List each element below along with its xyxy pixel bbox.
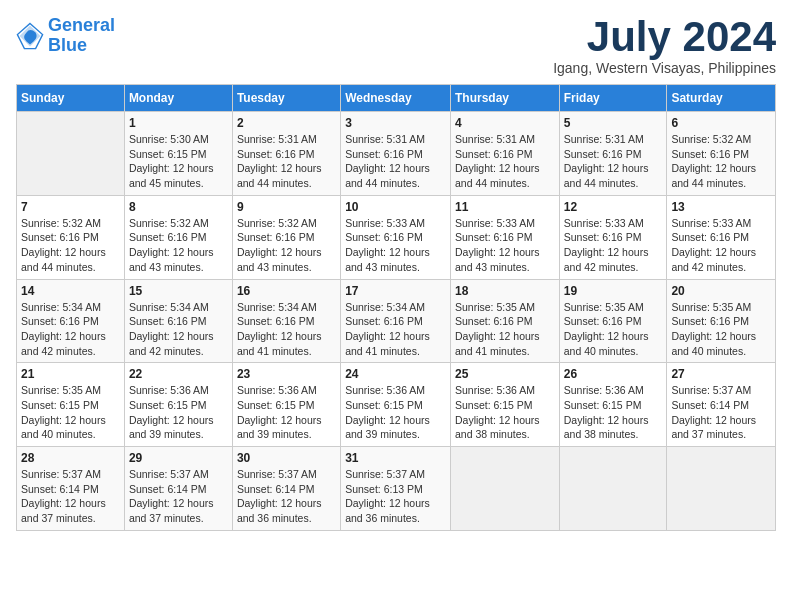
location-subtitle: Igang, Western Visayas, Philippines xyxy=(553,60,776,76)
day-info: Sunrise: 5:32 AMSunset: 6:16 PMDaylight:… xyxy=(237,216,336,275)
week-row-2: 7 Sunrise: 5:32 AMSunset: 6:16 PMDayligh… xyxy=(17,195,776,279)
calendar-cell: 30 Sunrise: 5:37 AMSunset: 6:14 PMDaylig… xyxy=(232,447,340,531)
day-number: 16 xyxy=(237,284,336,298)
calendar-cell: 27 Sunrise: 5:37 AMSunset: 6:14 PMDaylig… xyxy=(667,363,776,447)
calendar-cell: 18 Sunrise: 5:35 AMSunset: 6:16 PMDaylig… xyxy=(450,279,559,363)
week-row-4: 21 Sunrise: 5:35 AMSunset: 6:15 PMDaylig… xyxy=(17,363,776,447)
page-header: General Blue July 2024 Igang, Western Vi… xyxy=(16,16,776,76)
calendar-cell: 25 Sunrise: 5:36 AMSunset: 6:15 PMDaylig… xyxy=(450,363,559,447)
day-number: 20 xyxy=(671,284,771,298)
day-number: 4 xyxy=(455,116,555,130)
day-number: 28 xyxy=(21,451,120,465)
day-number: 2 xyxy=(237,116,336,130)
weekday-header-saturday: Saturday xyxy=(667,85,776,112)
day-info: Sunrise: 5:36 AMSunset: 6:15 PMDaylight:… xyxy=(237,383,336,442)
day-number: 11 xyxy=(455,200,555,214)
day-info: Sunrise: 5:33 AMSunset: 6:16 PMDaylight:… xyxy=(455,216,555,275)
day-info: Sunrise: 5:35 AMSunset: 6:16 PMDaylight:… xyxy=(455,300,555,359)
calendar-cell: 26 Sunrise: 5:36 AMSunset: 6:15 PMDaylig… xyxy=(559,363,667,447)
day-number: 9 xyxy=(237,200,336,214)
day-info: Sunrise: 5:36 AMSunset: 6:15 PMDaylight:… xyxy=(129,383,228,442)
day-number: 17 xyxy=(345,284,446,298)
calendar-cell: 21 Sunrise: 5:35 AMSunset: 6:15 PMDaylig… xyxy=(17,363,125,447)
calendar-cell: 31 Sunrise: 5:37 AMSunset: 6:13 PMDaylig… xyxy=(341,447,451,531)
day-number: 15 xyxy=(129,284,228,298)
calendar-cell: 8 Sunrise: 5:32 AMSunset: 6:16 PMDayligh… xyxy=(124,195,232,279)
day-info: Sunrise: 5:30 AMSunset: 6:15 PMDaylight:… xyxy=(129,132,228,191)
day-info: Sunrise: 5:33 AMSunset: 6:16 PMDaylight:… xyxy=(564,216,663,275)
day-info: Sunrise: 5:31 AMSunset: 6:16 PMDaylight:… xyxy=(237,132,336,191)
calendar-cell: 1 Sunrise: 5:30 AMSunset: 6:15 PMDayligh… xyxy=(124,112,232,196)
calendar-cell xyxy=(450,447,559,531)
day-info: Sunrise: 5:37 AMSunset: 6:13 PMDaylight:… xyxy=(345,467,446,526)
day-number: 6 xyxy=(671,116,771,130)
weekday-header-thursday: Thursday xyxy=(450,85,559,112)
day-info: Sunrise: 5:32 AMSunset: 6:16 PMDaylight:… xyxy=(21,216,120,275)
calendar-cell: 20 Sunrise: 5:35 AMSunset: 6:16 PMDaylig… xyxy=(667,279,776,363)
day-number: 30 xyxy=(237,451,336,465)
calendar-cell: 15 Sunrise: 5:34 AMSunset: 6:16 PMDaylig… xyxy=(124,279,232,363)
calendar-cell: 14 Sunrise: 5:34 AMSunset: 6:16 PMDaylig… xyxy=(17,279,125,363)
calendar-cell: 9 Sunrise: 5:32 AMSunset: 6:16 PMDayligh… xyxy=(232,195,340,279)
calendar-table: SundayMondayTuesdayWednesdayThursdayFrid… xyxy=(16,84,776,531)
weekday-header-friday: Friday xyxy=(559,85,667,112)
week-row-1: 1 Sunrise: 5:30 AMSunset: 6:15 PMDayligh… xyxy=(17,112,776,196)
day-info: Sunrise: 5:31 AMSunset: 6:16 PMDaylight:… xyxy=(455,132,555,191)
calendar-cell: 24 Sunrise: 5:36 AMSunset: 6:15 PMDaylig… xyxy=(341,363,451,447)
calendar-cell: 5 Sunrise: 5:31 AMSunset: 6:16 PMDayligh… xyxy=(559,112,667,196)
calendar-cell: 23 Sunrise: 5:36 AMSunset: 6:15 PMDaylig… xyxy=(232,363,340,447)
day-number: 31 xyxy=(345,451,446,465)
calendar-cell: 3 Sunrise: 5:31 AMSunset: 6:16 PMDayligh… xyxy=(341,112,451,196)
weekday-header-row: SundayMondayTuesdayWednesdayThursdayFrid… xyxy=(17,85,776,112)
calendar-cell xyxy=(17,112,125,196)
day-number: 1 xyxy=(129,116,228,130)
weekday-header-wednesday: Wednesday xyxy=(341,85,451,112)
day-number: 8 xyxy=(129,200,228,214)
day-number: 13 xyxy=(671,200,771,214)
calendar-cell: 19 Sunrise: 5:35 AMSunset: 6:16 PMDaylig… xyxy=(559,279,667,363)
calendar-cell: 4 Sunrise: 5:31 AMSunset: 6:16 PMDayligh… xyxy=(450,112,559,196)
day-info: Sunrise: 5:32 AMSunset: 6:16 PMDaylight:… xyxy=(671,132,771,191)
day-info: Sunrise: 5:35 AMSunset: 6:15 PMDaylight:… xyxy=(21,383,120,442)
calendar-cell: 2 Sunrise: 5:31 AMSunset: 6:16 PMDayligh… xyxy=(232,112,340,196)
calendar-cell: 29 Sunrise: 5:37 AMSunset: 6:14 PMDaylig… xyxy=(124,447,232,531)
calendar-title: July 2024 xyxy=(553,16,776,58)
day-info: Sunrise: 5:36 AMSunset: 6:15 PMDaylight:… xyxy=(345,383,446,442)
day-info: Sunrise: 5:37 AMSunset: 6:14 PMDaylight:… xyxy=(237,467,336,526)
day-number: 29 xyxy=(129,451,228,465)
day-number: 24 xyxy=(345,367,446,381)
day-number: 12 xyxy=(564,200,663,214)
day-info: Sunrise: 5:32 AMSunset: 6:16 PMDaylight:… xyxy=(129,216,228,275)
calendar-cell xyxy=(667,447,776,531)
calendar-cell: 13 Sunrise: 5:33 AMSunset: 6:16 PMDaylig… xyxy=(667,195,776,279)
calendar-cell: 10 Sunrise: 5:33 AMSunset: 6:16 PMDaylig… xyxy=(341,195,451,279)
calendar-cell xyxy=(559,447,667,531)
calendar-cell: 16 Sunrise: 5:34 AMSunset: 6:16 PMDaylig… xyxy=(232,279,340,363)
calendar-cell: 7 Sunrise: 5:32 AMSunset: 6:16 PMDayligh… xyxy=(17,195,125,279)
day-number: 5 xyxy=(564,116,663,130)
day-info: Sunrise: 5:35 AMSunset: 6:16 PMDaylight:… xyxy=(671,300,771,359)
day-info: Sunrise: 5:37 AMSunset: 6:14 PMDaylight:… xyxy=(671,383,771,442)
day-number: 23 xyxy=(237,367,336,381)
day-number: 10 xyxy=(345,200,446,214)
day-info: Sunrise: 5:36 AMSunset: 6:15 PMDaylight:… xyxy=(564,383,663,442)
day-info: Sunrise: 5:36 AMSunset: 6:15 PMDaylight:… xyxy=(455,383,555,442)
day-number: 26 xyxy=(564,367,663,381)
day-number: 25 xyxy=(455,367,555,381)
day-info: Sunrise: 5:34 AMSunset: 6:16 PMDaylight:… xyxy=(129,300,228,359)
calendar-cell: 12 Sunrise: 5:33 AMSunset: 6:16 PMDaylig… xyxy=(559,195,667,279)
day-info: Sunrise: 5:34 AMSunset: 6:16 PMDaylight:… xyxy=(21,300,120,359)
day-number: 7 xyxy=(21,200,120,214)
day-info: Sunrise: 5:33 AMSunset: 6:16 PMDaylight:… xyxy=(671,216,771,275)
day-info: Sunrise: 5:34 AMSunset: 6:16 PMDaylight:… xyxy=(237,300,336,359)
day-number: 21 xyxy=(21,367,120,381)
day-number: 18 xyxy=(455,284,555,298)
day-info: Sunrise: 5:37 AMSunset: 6:14 PMDaylight:… xyxy=(129,467,228,526)
calendar-cell: 6 Sunrise: 5:32 AMSunset: 6:16 PMDayligh… xyxy=(667,112,776,196)
day-info: Sunrise: 5:37 AMSunset: 6:14 PMDaylight:… xyxy=(21,467,120,526)
weekday-header-sunday: Sunday xyxy=(17,85,125,112)
week-row-5: 28 Sunrise: 5:37 AMSunset: 6:14 PMDaylig… xyxy=(17,447,776,531)
calendar-cell: 17 Sunrise: 5:34 AMSunset: 6:16 PMDaylig… xyxy=(341,279,451,363)
day-info: Sunrise: 5:35 AMSunset: 6:16 PMDaylight:… xyxy=(564,300,663,359)
week-row-3: 14 Sunrise: 5:34 AMSunset: 6:16 PMDaylig… xyxy=(17,279,776,363)
